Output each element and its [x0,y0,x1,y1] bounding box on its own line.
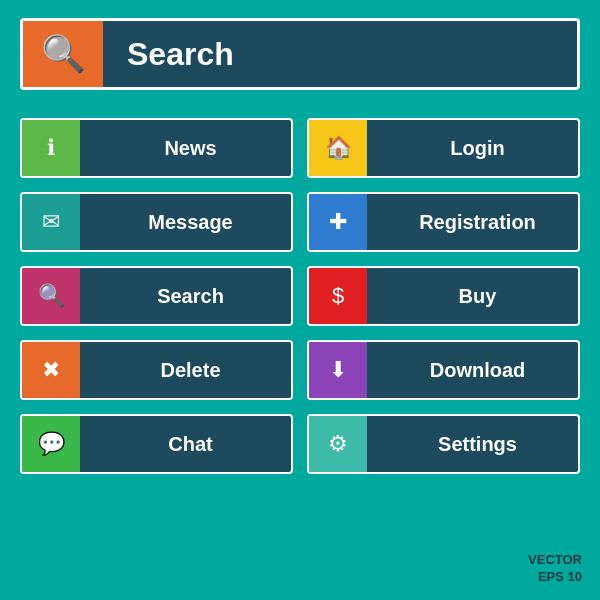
button-download-label: Download [367,359,578,382]
button-chat-label: Chat [80,433,291,456]
button-news[interactable]: ℹNews [20,118,293,178]
button-message-icon-box: ✉ [22,194,80,250]
search-bar-icon: 🔍 [41,33,86,75]
button-download[interactable]: ⬇Download [307,340,580,400]
button-chat-icon: 💬 [38,431,65,457]
button-news-label: News [80,137,291,160]
button-login-label: Login [367,137,578,160]
button-delete[interactable]: ✖Delete [20,340,293,400]
button-settings-label: Settings [367,433,578,456]
button-login[interactable]: 🏠Login [307,118,580,178]
button-delete-label: Delete [80,359,291,382]
button-delete-icon: ✖ [42,357,60,383]
button-login-icon-box: 🏠 [309,120,367,176]
button-message-icon: ✉ [42,209,60,235]
button-registration-icon: ✚ [329,209,347,235]
button-buy[interactable]: $Buy [307,266,580,326]
button-buy-icon: $ [332,283,344,309]
button-search-icon: 🔍 [38,283,65,309]
button-settings[interactable]: ⚙Settings [307,414,580,474]
button-login-icon: 🏠 [325,135,352,161]
watermark-line1: VECTOR [528,552,582,569]
button-settings-icon: ⚙ [328,431,348,457]
search-bar-icon-box: 🔍 [23,21,103,87]
button-chat-icon-box: 💬 [22,416,80,472]
button-delete-icon-box: ✖ [22,342,80,398]
button-registration-label: Registration [367,211,578,234]
button-search-icon-box: 🔍 [22,268,80,324]
button-news-icon: ℹ [47,135,55,161]
search-bar[interactable]: 🔍 Search [20,18,580,90]
search-bar-label: Search [103,36,234,73]
button-search[interactable]: 🔍Search [20,266,293,326]
button-registration-icon-box: ✚ [309,194,367,250]
button-buy-label: Buy [367,285,578,308]
button-message-label: Message [80,211,291,234]
button-chat[interactable]: 💬Chat [20,414,293,474]
button-message[interactable]: ✉Message [20,192,293,252]
watermark-line2: EPS 10 [528,569,582,586]
button-download-icon-box: ⬇ [309,342,367,398]
button-download-icon: ⬇ [329,357,347,383]
button-news-icon-box: ℹ [22,120,80,176]
button-grid: ℹNews🏠Login✉Message✚Registration🔍Search$… [20,118,580,474]
button-search-label: Search [80,285,291,308]
button-settings-icon-box: ⚙ [309,416,367,472]
button-buy-icon-box: $ [309,268,367,324]
button-registration[interactable]: ✚Registration [307,192,580,252]
watermark: VECTOR EPS 10 [528,552,582,586]
